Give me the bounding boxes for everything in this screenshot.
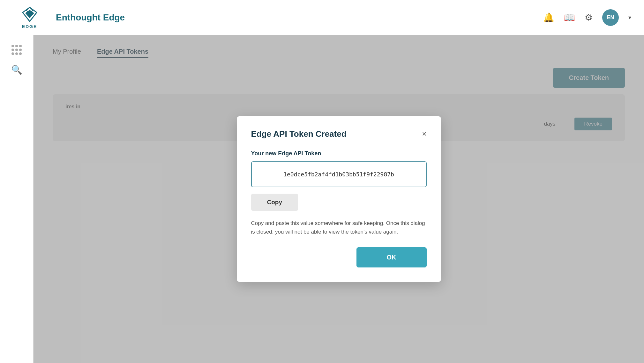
header-icons: 🔔 📖 ⚙ EN ▾	[543, 9, 631, 26]
language-dropdown-icon[interactable]: ▾	[628, 14, 631, 21]
apps-grid-icon[interactable]	[11, 45, 22, 55]
main-layout: 🔍 My Profile Edge API Tokens Create Toke…	[0, 35, 644, 363]
main-content: My Profile Edge API Tokens Create Token …	[34, 35, 644, 363]
modal-title: Edge API Token Created	[251, 129, 347, 139]
token-value-input[interactable]	[251, 161, 427, 187]
language-button[interactable]: EN	[602, 9, 619, 26]
ok-button[interactable]: OK	[356, 247, 427, 267]
token-label: Your new Edge API Token	[251, 150, 427, 157]
modal-header: Edge API Token Created ×	[251, 129, 427, 139]
token-created-modal: Edge API Token Created × Your new Edge A…	[237, 116, 441, 282]
book-icon[interactable]: 📖	[564, 12, 575, 23]
copy-button[interactable]: Copy	[251, 194, 298, 211]
sidebar: 🔍	[0, 35, 34, 363]
settings-icon[interactable]: ⚙	[585, 12, 593, 23]
notification-icon[interactable]: 🔔	[543, 12, 554, 23]
search-icon[interactable]: 🔍	[11, 65, 22, 75]
app-title: Enthought Edge	[56, 12, 543, 23]
app-header: EDGE Enthought Edge 🔔 📖 ⚙ EN ▾	[0, 0, 644, 35]
logo-text: EDGE	[22, 24, 37, 29]
modal-warning-text: Copy and paste this value somewhere for …	[251, 219, 427, 236]
logo-icon	[21, 6, 38, 23]
modal-overlay: Edge API Token Created × Your new Edge A…	[34, 35, 644, 363]
modal-close-button[interactable]: ×	[422, 130, 426, 138]
logo-area: EDGE	[13, 6, 46, 29]
